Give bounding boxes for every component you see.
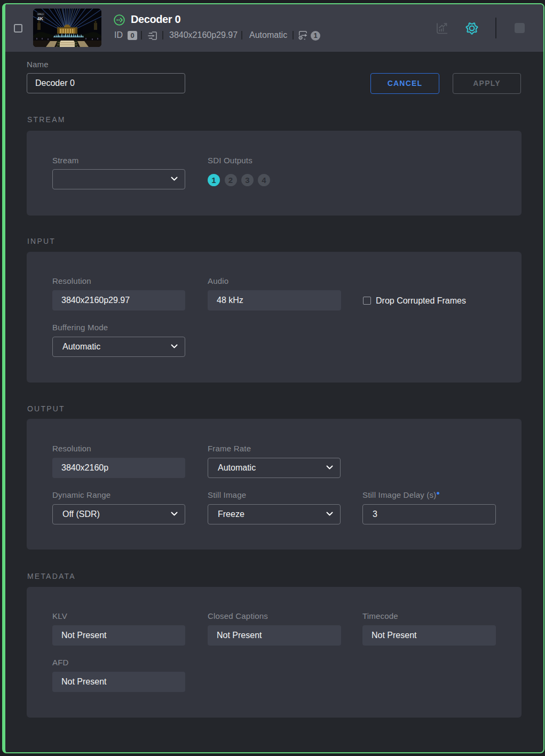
svg-text:4K: 4K [37, 16, 44, 21]
svg-text:WRLD: WRLD [37, 13, 44, 15]
